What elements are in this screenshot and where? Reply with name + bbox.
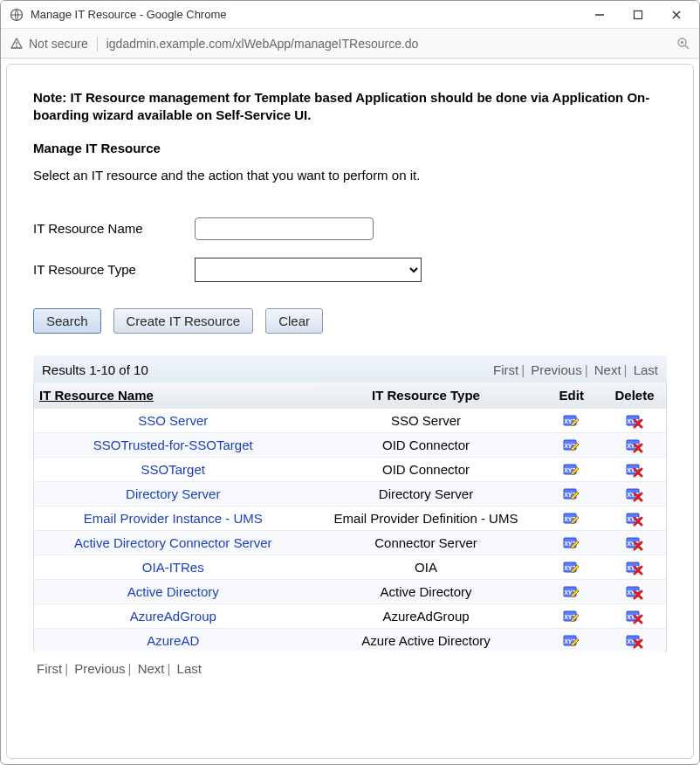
results-count: Results 1-10 of 10 xyxy=(42,362,493,377)
table-row: Active Directory Connector ServerConnect… xyxy=(34,530,667,555)
edit-icon[interactable]: XYZ xyxy=(562,510,581,525)
delete-icon[interactable]: XYZ xyxy=(625,437,644,451)
globe-icon xyxy=(10,8,24,22)
resource-type-cell: OID Connector xyxy=(312,457,540,481)
resource-type-cell: Connector Server xyxy=(312,530,540,555)
close-button[interactable] xyxy=(657,2,696,28)
resource-name-link[interactable]: OIA-ITRes xyxy=(142,560,204,575)
table-row: AzureADAzure Active DirectoryXYZXYZ xyxy=(34,628,667,652)
edit-icon[interactable]: XYZ xyxy=(562,412,581,427)
edit-icon[interactable]: XYZ xyxy=(562,583,581,598)
instruction-text: Select an IT resource and the action tha… xyxy=(33,168,667,183)
results-table: IT Resource Name IT Resource Type Edit D… xyxy=(33,382,667,652)
zoom-icon[interactable] xyxy=(676,37,690,51)
window-titlebar: Manage IT Resource - Google Chrome xyxy=(1,1,699,29)
edit-icon[interactable]: XYZ xyxy=(562,608,581,623)
resource-name-label: IT Resource Name xyxy=(33,221,195,236)
table-row: Active DirectoryActive DirectoryXYZXYZ xyxy=(34,579,667,603)
delete-icon[interactable]: XYZ xyxy=(625,632,644,647)
resource-type-cell: SSO Server xyxy=(312,408,540,432)
pager-last[interactable]: Last xyxy=(634,362,658,377)
delete-icon[interactable]: XYZ xyxy=(625,608,644,623)
resource-type-cell: OIA xyxy=(312,555,540,579)
table-row: SSOTargetOID ConnectorXYZXYZ xyxy=(34,457,667,481)
col-edit: Edit xyxy=(540,382,604,409)
resource-name-input[interactable] xyxy=(195,217,374,240)
security-warning[interactable]: Not secure xyxy=(10,37,88,51)
svg-point-6 xyxy=(16,45,17,47)
resource-name-link[interactable]: Directory Server xyxy=(126,486,220,501)
delete-icon[interactable]: XYZ xyxy=(625,510,644,525)
delete-icon[interactable]: XYZ xyxy=(625,559,644,574)
resource-name-link[interactable]: SSO Server xyxy=(138,413,208,428)
resource-type-cell: AzureAdGroup xyxy=(312,603,540,628)
resource-name-link[interactable]: SSOTrusted-for-SSOTarget xyxy=(93,438,253,452)
table-row: Directory ServerDirectory ServerXYZXYZ xyxy=(34,481,667,506)
table-row: SSO ServerSSO ServerXYZXYZ xyxy=(34,408,667,432)
table-row: Email Provider Instance - UMSEmail Provi… xyxy=(34,506,667,530)
page-content: Note: IT Resource management for Templat… xyxy=(6,64,694,759)
resource-name-link[interactable]: Active Directory Connector Server xyxy=(74,535,272,550)
pager-last-bottom[interactable]: Last xyxy=(177,661,202,676)
resource-name-link[interactable]: AzureAD xyxy=(147,633,199,648)
warning-icon xyxy=(10,37,24,51)
address-bar: Not secure igdadmin.example.com/xlWebApp… xyxy=(1,29,699,59)
resource-type-cell: Azure Active Directory xyxy=(312,628,540,652)
pager-first-bottom[interactable]: First xyxy=(37,661,62,676)
resource-name-link[interactable]: Email Provider Instance - UMS xyxy=(84,511,263,526)
resource-type-cell: OID Connector xyxy=(312,432,540,457)
table-row: SSOTrusted-for-SSOTargetOID ConnectorXYZ… xyxy=(34,432,667,457)
col-name[interactable]: IT Resource Name xyxy=(34,382,312,409)
url-text[interactable]: igdadmin.example.com/xlWebApp/manageITRe… xyxy=(106,37,668,51)
pager-previous[interactable]: Previous xyxy=(531,362,581,377)
resource-type-cell: Directory Server xyxy=(312,481,540,506)
page-heading: Manage IT Resource xyxy=(33,141,667,155)
edit-icon[interactable]: XYZ xyxy=(562,437,581,451)
delete-icon[interactable]: XYZ xyxy=(625,486,644,500)
pager-first[interactable]: First xyxy=(493,362,518,377)
resource-type-cell: Email Provider Definition - UMS xyxy=(312,506,540,530)
maximize-button[interactable] xyxy=(619,2,657,28)
create-it-resource-button[interactable]: Create IT Resource xyxy=(113,308,254,334)
edit-icon[interactable]: XYZ xyxy=(562,534,581,549)
clear-button[interactable]: Clear xyxy=(265,308,323,334)
resource-type-select[interactable] xyxy=(195,258,422,282)
address-divider xyxy=(97,36,98,52)
pager-bottom: First| Previous| Next| Last xyxy=(33,652,667,685)
pager-previous-bottom[interactable]: Previous xyxy=(74,661,125,676)
pager-next[interactable]: Next xyxy=(594,362,621,377)
results-header: Results 1-10 of 10 First| Previous| Next… xyxy=(33,355,667,382)
delete-icon[interactable]: XYZ xyxy=(625,534,644,549)
table-row: OIA-ITResOIAXYZXYZ xyxy=(34,555,667,579)
pager-next-bottom[interactable]: Next xyxy=(138,661,165,676)
delete-icon[interactable]: XYZ xyxy=(625,461,644,476)
resource-type-cell: Active Directory xyxy=(312,579,540,603)
security-label: Not secure xyxy=(29,37,88,51)
svg-line-8 xyxy=(685,45,689,49)
resource-name-link[interactable]: SSOTarget xyxy=(141,462,205,477)
edit-icon[interactable]: XYZ xyxy=(562,461,581,476)
pager-top: First| Previous| Next| Last xyxy=(493,362,658,377)
table-row: AzureAdGroupAzureAdGroupXYZXYZ xyxy=(34,603,667,628)
minimize-button[interactable] xyxy=(580,2,619,28)
search-button[interactable]: Search xyxy=(33,308,101,334)
resource-type-label: IT Resource Type xyxy=(33,262,195,277)
delete-icon[interactable]: XYZ xyxy=(625,412,644,427)
resource-name-link[interactable]: Active Directory xyxy=(127,584,219,599)
delete-icon[interactable]: XYZ xyxy=(625,583,644,598)
window-title: Manage IT Resource - Google Chrome xyxy=(31,8,580,21)
edit-icon[interactable]: XYZ xyxy=(562,559,581,574)
note-banner: Note: IT Resource management for Templat… xyxy=(33,89,667,125)
edit-icon[interactable]: XYZ xyxy=(562,632,581,647)
edit-icon[interactable]: XYZ xyxy=(562,486,581,500)
col-delete: Delete xyxy=(603,382,667,409)
resource-name-link[interactable]: AzureAdGroup xyxy=(130,609,216,624)
col-type: IT Resource Type xyxy=(312,382,540,409)
svg-rect-2 xyxy=(635,10,642,18)
